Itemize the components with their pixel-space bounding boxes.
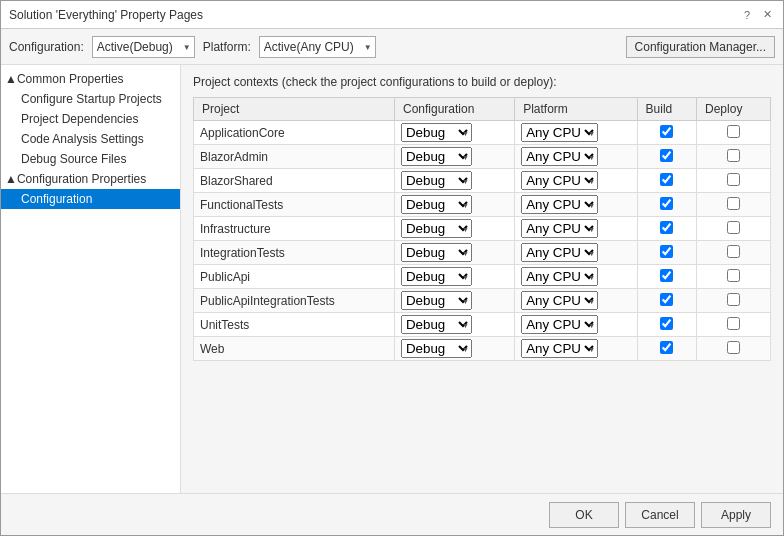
platform-cell: Any CPUx86x64 [515, 265, 637, 289]
deploy-checkbox[interactable] [727, 269, 740, 282]
project-name-cell: ApplicationCore [194, 121, 395, 145]
config-row-select[interactable]: DebugRelease [401, 267, 472, 286]
build-checkbox[interactable] [660, 149, 673, 162]
config-cell: DebugRelease [394, 337, 514, 361]
config-cell: DebugRelease [394, 313, 514, 337]
platform-select[interactable]: Active(Any CPU) Any CPU x86 x64 [259, 36, 376, 58]
platform-row-select[interactable]: Any CPUx86x64 [521, 315, 598, 334]
table-row: PublicApiIntegrationTestsDebugReleaseAny… [194, 289, 771, 313]
cancel-button[interactable]: Cancel [625, 502, 695, 528]
config-row-select[interactable]: DebugRelease [401, 243, 472, 262]
property-pages-window: Solution 'Everything' Property Pages ? ✕… [0, 0, 784, 536]
deploy-checkbox[interactable] [727, 317, 740, 330]
deploy-cell [697, 145, 771, 169]
configuration-select[interactable]: Active(Debug) Debug Release [92, 36, 195, 58]
close-button[interactable]: ✕ [759, 7, 775, 23]
deploy-cell [697, 217, 771, 241]
project-name-cell: Web [194, 337, 395, 361]
platform-row-select[interactable]: Any CPUx86x64 [521, 243, 598, 262]
deploy-cell [697, 193, 771, 217]
help-button[interactable]: ? [739, 7, 755, 23]
build-cell [637, 217, 696, 241]
platform-cell: Any CPUx86x64 [515, 289, 637, 313]
platform-cell: Any CPUx86x64 [515, 193, 637, 217]
project-name-cell: FunctionalTests [194, 193, 395, 217]
config-cell: DebugRelease [394, 265, 514, 289]
config-cell: DebugRelease [394, 121, 514, 145]
platform-cell: Any CPUx86x64 [515, 337, 637, 361]
build-checkbox[interactable] [660, 269, 673, 282]
build-cell [637, 121, 696, 145]
platform-row-select[interactable]: Any CPUx86x64 [521, 291, 598, 310]
build-checkbox[interactable] [660, 173, 673, 186]
title-bar: Solution 'Everything' Property Pages ? ✕ [1, 1, 783, 29]
table-body: ApplicationCoreDebugReleaseAny CPUx86x64… [194, 121, 771, 361]
deploy-checkbox[interactable] [727, 245, 740, 258]
config-row-select[interactable]: DebugRelease [401, 219, 472, 238]
build-checkbox[interactable] [660, 245, 673, 258]
build-checkbox[interactable] [660, 317, 673, 330]
build-checkbox[interactable] [660, 221, 673, 234]
platform-row-select[interactable]: Any CPUx86x64 [521, 267, 598, 286]
table-row: IntegrationTestsDebugReleaseAny CPUx86x6… [194, 241, 771, 265]
footer: OK Cancel Apply [1, 493, 783, 535]
project-table: ProjectConfigurationPlatformBuildDeploy … [193, 97, 771, 361]
platform-row-select[interactable]: Any CPUx86x64 [521, 219, 598, 238]
platform-row-select[interactable]: Any CPUx86x64 [521, 123, 598, 142]
build-cell [637, 265, 696, 289]
deploy-checkbox[interactable] [727, 125, 740, 138]
apply-button[interactable]: Apply [701, 502, 771, 528]
platform-cell: Any CPUx86x64 [515, 169, 637, 193]
platform-row-select[interactable]: Any CPUx86x64 [521, 171, 598, 190]
deploy-checkbox[interactable] [727, 221, 740, 234]
sidebar-item-configuration[interactable]: Configuration [1, 189, 180, 209]
config-cell: DebugRelease [394, 217, 514, 241]
sidebar-item-configure-startup[interactable]: Configure Startup Projects [1, 89, 180, 109]
config-manager-button[interactable]: Configuration Manager... [626, 36, 775, 58]
config-row-select[interactable]: DebugRelease [401, 123, 472, 142]
project-name-cell: PublicApiIntegrationTests [194, 289, 395, 313]
config-row-select[interactable]: DebugRelease [401, 291, 472, 310]
config-row-select[interactable]: DebugRelease [401, 195, 472, 214]
config-cell: DebugRelease [394, 241, 514, 265]
window-title: Solution 'Everything' Property Pages [9, 8, 203, 22]
table-header-platform: Platform [515, 98, 637, 121]
build-cell [637, 169, 696, 193]
project-name-cell: Infrastructure [194, 217, 395, 241]
build-cell [637, 337, 696, 361]
config-row-select[interactable]: DebugRelease [401, 147, 472, 166]
deploy-cell [697, 169, 771, 193]
build-cell [637, 193, 696, 217]
sidebar-item-project-dependencies[interactable]: Project Dependencies [1, 109, 180, 129]
deploy-checkbox[interactable] [727, 173, 740, 186]
build-checkbox[interactable] [660, 125, 673, 138]
config-row-select[interactable]: DebugRelease [401, 315, 472, 334]
platform-row-select[interactable]: Any CPUx86x64 [521, 195, 598, 214]
sidebar-item-code-analysis[interactable]: Code Analysis Settings [1, 129, 180, 149]
config-cell: DebugRelease [394, 193, 514, 217]
sidebar-item-config-properties[interactable]: ▲Configuration Properties [1, 169, 180, 189]
ok-button[interactable]: OK [549, 502, 619, 528]
main-content: ▲Common PropertiesConfigure Startup Proj… [1, 65, 783, 493]
build-checkbox[interactable] [660, 197, 673, 210]
sidebar-item-debug-source[interactable]: Debug Source Files [1, 149, 180, 169]
platform-row-select[interactable]: Any CPUx86x64 [521, 339, 598, 358]
table-header-row: ProjectConfigurationPlatformBuildDeploy [194, 98, 771, 121]
sidebar-item-common-properties[interactable]: ▲Common Properties [1, 69, 180, 89]
deploy-checkbox[interactable] [727, 293, 740, 306]
deploy-checkbox[interactable] [727, 149, 740, 162]
sidebar-group: ▲Common PropertiesConfigure Startup Proj… [1, 69, 180, 209]
table-row: WebDebugReleaseAny CPUx86x64 [194, 337, 771, 361]
config-row-select[interactable]: DebugRelease [401, 339, 472, 358]
config-cell: DebugRelease [394, 145, 514, 169]
config-row-select[interactable]: DebugRelease [401, 171, 472, 190]
build-cell [637, 289, 696, 313]
content-description: Project contexts (check the project conf… [193, 75, 771, 89]
config-bar: Configuration: Active(Debug) Debug Relea… [1, 29, 783, 65]
deploy-checkbox[interactable] [727, 197, 740, 210]
platform-row-select[interactable]: Any CPUx86x64 [521, 147, 598, 166]
build-checkbox[interactable] [660, 293, 673, 306]
build-checkbox[interactable] [660, 341, 673, 354]
deploy-checkbox[interactable] [727, 341, 740, 354]
table-row: InfrastructureDebugReleaseAny CPUx86x64 [194, 217, 771, 241]
